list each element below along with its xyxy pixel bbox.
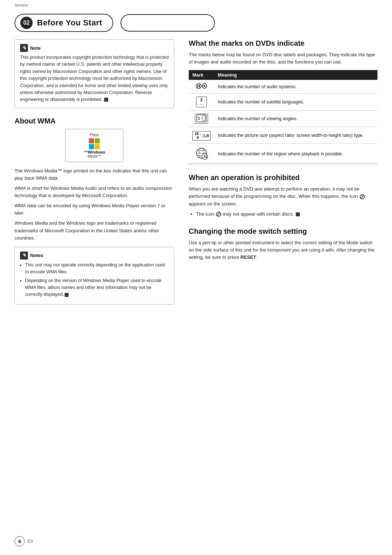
windows-logo-tl xyxy=(89,138,94,143)
lb-text: LB xyxy=(203,134,210,138)
prohibited-bullet-text: The icon xyxy=(196,211,214,217)
mark-audio-meaning: Indicates the number of audio systems. xyxy=(214,80,377,94)
list-item: The icon may not appear with certain dis… xyxy=(196,211,377,218)
note-item-2: Depending on the version of Windows Medi… xyxy=(25,278,162,297)
about-wma-section: About WMA Plays ™Windows Media™ The Wind… xyxy=(15,117,174,305)
right-column: What the marks on DVDs indicate The mark… xyxy=(189,36,377,305)
prohibited-icon-2 xyxy=(216,212,221,217)
mark-subtitle-meaning: Indicates the number of subtitle languag… xyxy=(214,94,377,111)
prohibited-body: When you are watching a DVD and attempt … xyxy=(189,185,377,207)
notes-label: Notes xyxy=(30,253,43,258)
wma-windows-text: Windows xyxy=(87,150,105,154)
prohibited-section: When an operation is prohibited When you… xyxy=(189,174,377,218)
notes-list: This unit may not operate correctly depe… xyxy=(20,262,169,298)
mark-subtitle-cell: 2···· xyxy=(189,94,214,111)
wma-media-label: Media™ xyxy=(87,154,101,158)
ratio-mark-icon: 16 : 9 LB xyxy=(192,130,211,136)
dvd-marks-intro: The marks below may be found on DVD disc… xyxy=(189,51,377,66)
mode-switch-body: Use a pen tip or other pointed instrumen… xyxy=(189,239,377,261)
table-row: 2···· Indicates the number of subtitle l… xyxy=(189,94,377,111)
marks-table: Mark Meaning Ⓗ⦿ Indicates the number of … xyxy=(189,70,377,164)
prohibited-body-text: When you are watching a DVD and attempt … xyxy=(189,186,359,199)
list-item: Depending on the version of Windows Medi… xyxy=(25,277,169,298)
mark-audio-cell: Ⓗ⦿ xyxy=(189,80,214,94)
note-box: ✎ Note This product incorporates copyrig… xyxy=(15,39,174,108)
mark-ratio-cell: 16 : 9 LB xyxy=(189,127,214,144)
svg-text:ALL: ALL xyxy=(203,155,208,159)
mode-switch-heading: Changing the mode switch setting xyxy=(189,227,377,236)
left-column: ✎ Note This product incorporates copyrig… xyxy=(15,36,174,305)
section-title: Before You Start xyxy=(37,18,102,28)
prohibited-heading: When an operation is prohibited xyxy=(189,174,377,182)
section-number: 02 xyxy=(20,17,33,29)
header-right-decoration xyxy=(121,14,215,32)
prohibited-bullet2-text: may not appear with certain discs. xyxy=(222,211,294,217)
wma-body3: WMA data can be encoded by using Windows… xyxy=(15,202,174,217)
language-label: En xyxy=(28,539,33,544)
footer: 8 En xyxy=(15,536,33,546)
audio-mark-icon: Ⓗ⦿ xyxy=(196,83,207,89)
stop-icon xyxy=(104,98,108,102)
dvd-marks-section: What the marks on DVDs indicate The mark… xyxy=(189,39,377,164)
prohibited-icon xyxy=(360,194,365,199)
prohibited-bullets: The icon may not appear with certain dis… xyxy=(189,211,377,218)
ratio-text: 16 : 9 xyxy=(193,131,203,140)
notes-icon: ✎ xyxy=(20,252,28,260)
section-badge: 02 Before You Start xyxy=(15,14,113,32)
mark-region-meaning: Indicates the number of the region where… xyxy=(214,144,377,164)
mark-ratio-meaning: Indicates the picture size (aspect ratio… xyxy=(214,127,377,144)
wma-body1: The Windows Media™ logo printed on the b… xyxy=(15,167,174,182)
region-mark-icon: ALL xyxy=(195,155,208,161)
stop-icon-3 xyxy=(296,212,300,216)
about-wma-heading: About WMA xyxy=(15,117,174,125)
notes-box: ✎ Notes This unit may not operate correc… xyxy=(15,247,174,305)
main-content: ✎ Note This product incorporates copyrig… xyxy=(0,32,392,319)
section-label: Section xyxy=(0,0,392,7)
angles-svg: 3 xyxy=(196,114,207,122)
windows-logo-bl xyxy=(89,144,94,149)
reset-text: RESET xyxy=(240,254,256,260)
windows-logo xyxy=(89,138,100,149)
windows-logo-br xyxy=(95,144,100,149)
svg-text:3: 3 xyxy=(198,116,200,121)
wma-logo-plays: Plays xyxy=(90,133,99,137)
notes-header: ✎ Notes xyxy=(20,252,169,260)
table-row: 16 : 9 LB Indicates the picture size (as… xyxy=(189,127,377,144)
region-svg: ALL xyxy=(195,147,208,160)
page-number: 8 xyxy=(15,536,25,546)
mark-angles-cell: 3 xyxy=(189,111,214,127)
table-row: ALL Indicates the number of the region w… xyxy=(189,144,377,164)
wma-body4: Windows Media and the Windows logo are t… xyxy=(15,220,174,241)
wma-logo-box: Plays ™Windows Media™ xyxy=(65,129,123,162)
windows-logo-tr xyxy=(95,138,100,143)
wma-tm: ™ xyxy=(83,150,87,154)
mark-region-cell: ALL xyxy=(189,144,214,164)
note-icon: ✎ xyxy=(20,44,28,52)
mode-switch-section: Changing the mode switch setting Use a p… xyxy=(189,227,377,261)
table-header-meaning: Meaning xyxy=(214,70,377,80)
table-header-mark: Mark xyxy=(189,70,214,80)
note-header: ✎ Note xyxy=(20,44,169,52)
page-header: 02 Before You Start xyxy=(0,7,392,32)
note-item-1: This unit may not operate correctly depe… xyxy=(25,262,165,274)
dvd-marks-heading: What the marks on DVDs indicate xyxy=(189,39,377,48)
note-body: This product incorporates copyright prot… xyxy=(20,55,169,102)
note-text: This product incorporates copyright prot… xyxy=(20,54,169,103)
wma-body2: WMA is short for Windows Media Audio and… xyxy=(15,185,174,199)
list-item: This unit may not operate correctly depe… xyxy=(25,262,169,276)
angles-mark-icon: 3 xyxy=(195,114,208,124)
prohibited-body2-text: appears on the screen. xyxy=(189,201,237,207)
mark-angles-meaning: Indicates the number of viewing angles. xyxy=(214,111,377,127)
note-label: Note xyxy=(30,45,41,51)
subtitle-mark-icon: 2···· xyxy=(196,97,207,107)
wma-logo-label: ™Windows xyxy=(83,150,105,154)
table-row: Ⓗ⦿ Indicates the number of audio systems… xyxy=(189,80,377,94)
stop-icon-2 xyxy=(65,293,69,297)
table-row: 3 Indicates the number of viewing angles… xyxy=(189,111,377,127)
